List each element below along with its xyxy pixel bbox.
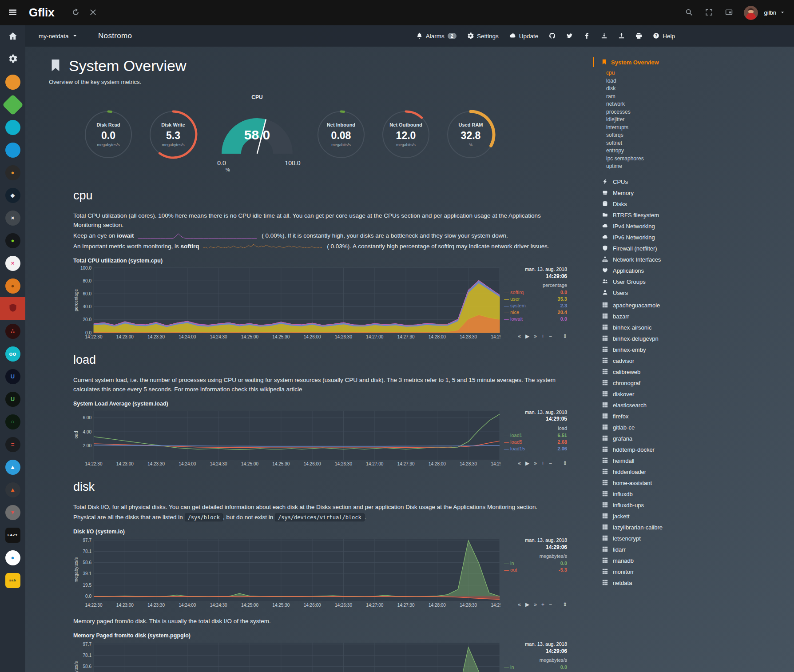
gauge-cpu[interactable]: CPU58.00.0100.0% — [210, 94, 304, 176]
pan-forward-icon[interactable]: » — [534, 460, 537, 466]
nav-export-snapshot[interactable] — [601, 32, 607, 40]
sidebar-app-app-grey-download[interactable]: ▼ — [0, 501, 25, 524]
nav-app-diskover[interactable]: diskover — [593, 389, 794, 400]
nav-item-uptime[interactable]: uptime — [606, 163, 794, 171]
nav-app-monitorr[interactable]: monitorr — [593, 566, 794, 577]
gauge-disk-read[interactable]: Disk Read0.0megabytes/s — [81, 107, 136, 164]
sidebar-app-app-teal-oo[interactable]: oo — [0, 342, 25, 365]
gauge-used-ram[interactable]: Used RAM32.8% — [443, 107, 498, 164]
chart-canvas[interactable]: 14:22:3014:23:0014:23:3014:24:0014:24:30… — [73, 409, 500, 468]
nav-section-cpus[interactable]: CPUs — [593, 176, 794, 187]
nav-app-influxdb[interactable]: influxdb — [593, 489, 794, 500]
disk-heading[interactable]: disk — [73, 480, 588, 494]
nav-item-idlejitter[interactable]: idlejitter — [606, 116, 794, 124]
legend-in[interactable]: — in0.0 — [504, 664, 567, 671]
menu-icon[interactable] — [0, 8, 25, 18]
legend-load15[interactable]: — load152.06 — [504, 445, 567, 452]
nav-app-binhex-airsonic[interactable]: binhex-airsonic — [593, 322, 794, 333]
nav-app-binhex-delugevpn[interactable]: binhex-delugevpn — [593, 333, 794, 344]
disk-io-chart[interactable]: Disk I/O (system.io)14:22:3014:23:0014:2… — [73, 529, 588, 609]
gauge-net-inbound[interactable]: Net Inbound0.08megabits/s — [314, 107, 369, 164]
pan-forward-icon[interactable]: » — [534, 333, 537, 339]
nav-app-mariadb[interactable]: mariadb — [593, 555, 794, 566]
nav-settings[interactable]: Settings — [467, 32, 499, 40]
sidebar-app-app-orange[interactable] — [0, 71, 25, 93]
sidebar-app-app-bars[interactable]: = — [0, 433, 25, 456]
nav-facebook[interactable] — [584, 32, 590, 40]
fullscreen-icon[interactable] — [705, 8, 713, 17]
nav-app-cadvisor[interactable]: cadvisor — [593, 355, 794, 366]
chart-canvas[interactable]: 14:22:3014:23:0014:23:3014:24:0014:24:30… — [73, 641, 500, 672]
nav-section-memory[interactable]: Memory — [593, 187, 794, 199]
nav-app-elasticsearch[interactable]: elasticsearch — [593, 400, 794, 411]
play-icon[interactable]: ▶ — [525, 333, 529, 339]
chart-canvas[interactable]: 14:22:3014:23:0014:23:3014:24:0014:24:30… — [73, 537, 500, 609]
nav-app-bazarr[interactable]: bazarr — [593, 311, 794, 322]
sidebar-app-app-sab[interactable]: sab — [0, 569, 25, 592]
windows-icon[interactable] — [725, 8, 733, 17]
nav-app-netdata[interactable]: netdata — [593, 577, 794, 588]
sidebar-app-app-lazy[interactable]: LAZY — [0, 524, 25, 546]
pan-backward-icon[interactable]: « — [518, 333, 521, 339]
nav-app-calibreweb[interactable]: calibreweb — [593, 366, 794, 378]
nav-item-softirqs[interactable]: softirqs — [606, 131, 794, 139]
nav-app-lidarr[interactable]: lidarr — [593, 544, 794, 555]
nav-app-heimdall[interactable]: heimdall — [593, 455, 794, 466]
play-icon[interactable]: ▶ — [525, 601, 529, 608]
nav-item-ipc-semaphores[interactable]: ipc semaphores — [606, 155, 794, 163]
pan-backward-icon[interactable]: « — [518, 601, 521, 608]
nav-app-jackett[interactable]: jackett — [593, 511, 794, 522]
close-icon[interactable] — [89, 8, 97, 17]
play-icon[interactable]: ▶ — [525, 460, 529, 466]
sidebar-app-app-white-pink[interactable]: × — [0, 252, 25, 274]
pan-forward-icon[interactable]: » — [534, 601, 537, 608]
nav-app-hddtemp-docker[interactable]: hddtemp-docker — [593, 444, 794, 455]
sidebar-app-app-dark-blue-u[interactable]: U — [0, 365, 25, 388]
sidebar-app-app-red-shield[interactable] — [0, 297, 25, 320]
resize-handle-icon[interactable]: ⇕ — [563, 333, 567, 339]
nav-app-binhex-emby[interactable]: binhex-emby — [593, 344, 794, 355]
gauge-disk-write[interactable]: Disk Write5.3megabytes/s — [146, 107, 201, 164]
nav-item-interrupts[interactable]: interrupts — [606, 124, 794, 132]
nav-item-cpu[interactable]: cpu — [606, 69, 794, 77]
nav-item-entropy[interactable]: entropy — [606, 147, 794, 155]
legend-softirq[interactable]: — softirq0.0 — [504, 289, 567, 296]
legend-load5[interactable]: — load52.68 — [504, 439, 567, 445]
legend-system[interactable]: — system2.3 — [504, 302, 567, 309]
legend-load1[interactable]: — load16.51 — [504, 432, 567, 439]
cpu-chart[interactable]: Total CPU utilization (system.cpu)14:22:… — [73, 258, 588, 341]
nav-item-softnet[interactable]: softnet — [606, 139, 794, 147]
nav-app-influxdb-ups[interactable]: influxdb-ups — [593, 500, 794, 511]
sidebar-app-settings[interactable] — [0, 48, 25, 71]
nav-alarms[interactable]: Alarms2 — [416, 32, 457, 40]
zoom-out-icon[interactable]: − — [549, 601, 552, 608]
sidebar-app-app-green-diamond[interactable] — [0, 93, 25, 116]
nav-import-snapshot[interactable] — [618, 32, 625, 40]
nav-app-hiddenloader[interactable]: hiddenloader — [593, 466, 794, 477]
sidebar-app-home[interactable] — [0, 25, 25, 48]
cpu-heading[interactable]: cpu — [73, 189, 588, 203]
memory-paged-chart[interactable]: Memory Paged from/to disk (system.pgpgio… — [73, 632, 588, 672]
username[interactable]: gilbn — [764, 9, 776, 16]
nav-item-processes[interactable]: processes — [606, 108, 794, 116]
nav-print[interactable] — [635, 32, 642, 40]
nav-update[interactable]: Update — [509, 32, 539, 40]
gauge-net-outbound[interactable]: Net Outbound12.0megabits/s — [378, 107, 433, 164]
sidebar-app-app-drop[interactable]: ● — [0, 546, 25, 569]
sidebar-app-app-dark-orange-dot[interactable]: ● — [0, 161, 25, 184]
zoom-in-icon[interactable]: + — [541, 333, 544, 339]
legend-iowait[interactable]: — iowait0.0 — [504, 316, 567, 322]
search-icon[interactable] — [685, 8, 693, 17]
pan-backward-icon[interactable]: « — [518, 460, 521, 466]
resize-handle-icon[interactable]: ⇕ — [563, 460, 567, 466]
sidebar-app-app-dark-red-dots[interactable]: ∴ — [0, 320, 25, 342]
legend-out[interactable]: — out-5.3 — [504, 567, 567, 573]
nav-section-ipv4-networking[interactable]: IPv4 Networking — [593, 221, 794, 232]
sidebar-app-app-blue-arrow[interactable]: ▲ — [0, 456, 25, 478]
sidebar-app-app-teal[interactable] — [0, 116, 25, 139]
wikipedia-link[interactable]: wikipedia article — [260, 386, 302, 393]
nav-app-gitlab-ce[interactable]: gitlab-ce — [593, 422, 794, 433]
sidebar-app-app-green-ring[interactable]: ○ — [0, 410, 25, 433]
legend-in[interactable]: — in0.0 — [504, 560, 567, 567]
nav-app-firefox[interactable]: firefox — [593, 411, 794, 422]
